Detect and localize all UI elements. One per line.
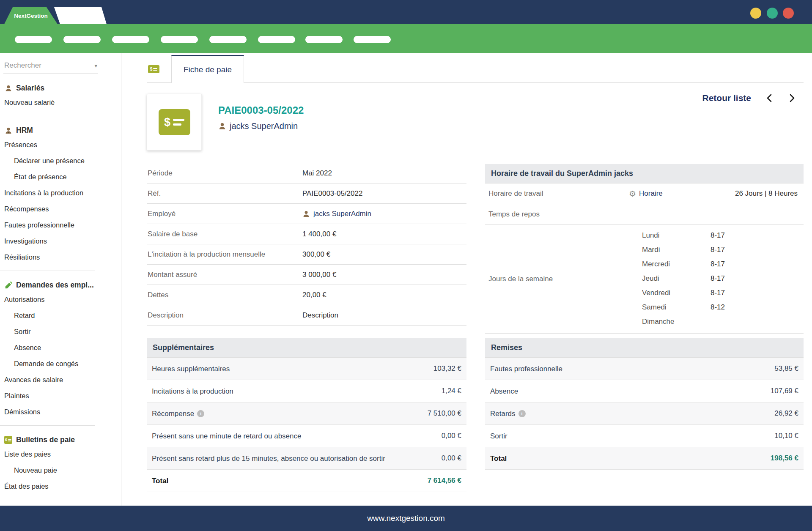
window-minimize-dot[interactable] xyxy=(750,8,761,19)
sidebar-item-incitations[interactable]: Incitations à la production xyxy=(0,185,121,201)
table-row: Récompense i 7 510,00 € xyxy=(147,402,466,425)
sidebar-item-absence[interactable]: Absence xyxy=(0,339,121,356)
sidebar-item-fautes[interactable]: Fautes professionnelle xyxy=(0,217,121,233)
search-placeholder: Rechercher xyxy=(4,61,41,70)
day-name: Vendredi xyxy=(642,286,710,300)
sidebar-item-recompenses[interactable]: Récompenses xyxy=(0,201,121,217)
sidebar-section-salaries[interactable]: Salariés xyxy=(4,84,117,93)
total-value: 7 614,56 € xyxy=(422,476,461,485)
table-row: Description Description xyxy=(147,305,466,326)
day-hours: 8-12 xyxy=(710,300,725,315)
row-label: Salaire de base xyxy=(148,230,302,238)
table-row: Temps de repos xyxy=(485,204,804,225)
nav-pill[interactable] xyxy=(112,36,149,43)
sidebar-item-etat-presence[interactable]: État de présence xyxy=(0,169,121,185)
window-maximize-dot[interactable] xyxy=(767,8,778,19)
nav-pill[interactable] xyxy=(63,36,101,43)
brand-text: NextGestion xyxy=(14,13,48,19)
money-icon: $ xyxy=(159,109,190,135)
nav-pill[interactable] xyxy=(354,36,391,43)
sidebar-section-bulletins[interactable]: $ Bulletins de paie xyxy=(4,435,117,444)
page-title: PAIE0003-05/2022 xyxy=(218,104,304,116)
horaire-link[interactable]: ⚙ Horaire xyxy=(629,189,663,198)
table-row: Réf. PAIE0003-05/2022 xyxy=(147,183,466,204)
nav-pill[interactable] xyxy=(161,36,198,43)
day-name: Dimanche xyxy=(642,315,710,329)
sidebar-item-nouveau-salarie[interactable]: Nouveau salarié xyxy=(0,94,121,110)
brand-logo[interactable]: NextGestion xyxy=(4,7,58,24)
sidebar-section-demandes[interactable]: Demandes des empl... xyxy=(4,281,117,290)
nav-pill[interactable] xyxy=(15,36,52,43)
row-label: L'incitation à la production mensuelle xyxy=(148,250,302,259)
sidebar-section-title: Salariés xyxy=(16,84,44,93)
sidebar-section-title: HRM xyxy=(16,126,33,135)
row-label: Heures supplémentaires xyxy=(152,364,230,374)
sidebar-item-presences[interactable]: Présences xyxy=(0,137,121,153)
day-name: Mercredi xyxy=(642,257,710,271)
employee-link[interactable]: jacks SuperAdmin xyxy=(302,210,371,218)
sidebar-section-title: Bulletins de paie xyxy=(16,435,75,444)
divider xyxy=(0,271,95,271)
row-label: Montant assuré xyxy=(148,271,302,279)
info-icon[interactable]: i xyxy=(518,410,526,417)
money-icon: $ xyxy=(148,65,159,73)
day-hours: 8-17 xyxy=(710,228,725,243)
row-label: Récompense i xyxy=(152,409,204,419)
nav-pill[interactable] xyxy=(258,36,295,43)
chevron-right-icon[interactable] xyxy=(787,93,797,103)
user-icon xyxy=(4,84,12,92)
sidebar-item-demissions[interactable]: Démissions xyxy=(0,404,121,420)
table-row: Incitations à la production 1,24 € xyxy=(147,380,466,402)
sidebar-item-investigations[interactable]: Investigations xyxy=(0,233,121,249)
row-value: 20,00 € xyxy=(302,291,326,299)
sidebar-item-sortir[interactable]: Sortir xyxy=(0,323,121,339)
footer-url: www.nextgestion.com xyxy=(367,514,445,523)
table-row: Employé jacks SuperAdmin xyxy=(147,204,466,224)
row-value: PAIE0003-05/2022 xyxy=(302,189,362,198)
employee-link[interactable]: jacks SuperAdmin xyxy=(218,121,298,131)
navigation-controls: Retour liste xyxy=(702,93,797,103)
row-label: Fautes professionnelle xyxy=(490,364,562,374)
window-close-dot[interactable] xyxy=(783,8,794,19)
row-value: 0,00 € xyxy=(436,454,461,463)
sidebar-item-plaintes[interactable]: Plaintes xyxy=(0,388,121,404)
table-row: Sortir 10,10 € xyxy=(485,425,804,447)
sidebar-item-resiliations[interactable]: Résiliations xyxy=(0,249,121,265)
chevron-left-icon[interactable] xyxy=(765,93,774,103)
sidebar-item-autorisations[interactable]: Autorisations xyxy=(0,291,121,307)
row-value: 1,24 € xyxy=(436,387,461,395)
tab-fiche-de-paie[interactable]: Fiche de paie xyxy=(171,55,244,83)
table-row: Présent sans une minute de retard ou abs… xyxy=(147,425,466,447)
user-icon xyxy=(218,122,226,130)
row-label: Période xyxy=(148,169,302,178)
gear-icon: ⚙ xyxy=(629,190,636,198)
row-label: Retards i xyxy=(490,409,526,419)
row-label: Absence xyxy=(490,386,518,396)
sidebar-item-demande-conges[interactable]: Demande de congés xyxy=(0,356,121,372)
sidebar-item-declarer-presence[interactable]: Déclarer une présence xyxy=(0,153,121,169)
row-value: Description xyxy=(302,311,338,320)
inactive-brand-tab[interactable] xyxy=(54,7,107,24)
search-input[interactable]: Rechercher ▾ xyxy=(3,60,98,74)
sidebar-item-liste-paies[interactable]: Liste des paies xyxy=(0,446,121,462)
nav-pill[interactable] xyxy=(305,36,343,43)
sidebar-item-etat-paies[interactable]: État des paies xyxy=(0,478,121,494)
back-to-list-link[interactable]: Retour liste xyxy=(702,93,751,103)
row-value: 7 510,00 € xyxy=(422,409,461,418)
week-day-row: Mercredi 8-17 xyxy=(642,257,804,271)
day-name: Lundi xyxy=(642,228,710,243)
sidebar-item-avances-salaire[interactable]: Avances de salaire xyxy=(0,372,121,388)
sidebar-section-hrm[interactable]: HRM xyxy=(4,126,117,135)
horaire-link-label: Horaire xyxy=(639,189,663,198)
row-label: Présent sans retard plus de 15 minutes, … xyxy=(152,454,385,463)
row-label: Dettes xyxy=(148,291,302,299)
nav-pill[interactable] xyxy=(209,36,247,43)
sidebar-item-retard[interactable]: Retard xyxy=(0,307,121,323)
panel-title: Supplémentaires xyxy=(147,338,466,358)
total-row: Total 198,56 € xyxy=(485,447,804,470)
sidebar-item-nouveau-paie[interactable]: Nouveau paie xyxy=(0,462,121,478)
day-name: Samedi xyxy=(642,300,710,315)
tab-strip: $ Fiche de paie xyxy=(147,55,804,83)
info-icon[interactable]: i xyxy=(197,410,204,417)
table-row: Salaire de base 1 400,00 € xyxy=(147,224,466,244)
